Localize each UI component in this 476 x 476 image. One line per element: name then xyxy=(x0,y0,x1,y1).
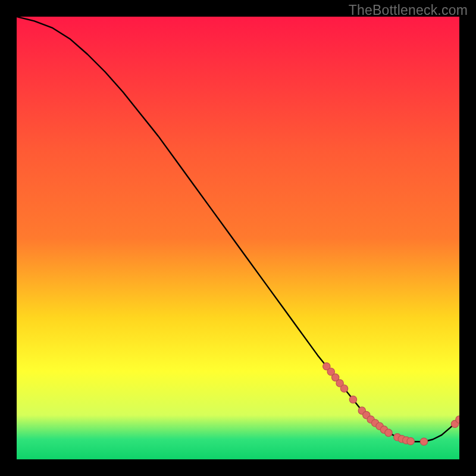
chart-frame: TheBottleneck.com xyxy=(0,0,476,476)
chart-svg xyxy=(17,17,459,459)
data-dot xyxy=(349,396,356,403)
gradient-background xyxy=(17,17,459,459)
data-dot xyxy=(420,438,427,445)
data-dot xyxy=(385,429,392,436)
plot-area xyxy=(17,17,459,459)
watermark-text: TheBottleneck.com xyxy=(349,2,468,18)
data-dot xyxy=(407,437,414,444)
data-dot xyxy=(340,385,347,392)
